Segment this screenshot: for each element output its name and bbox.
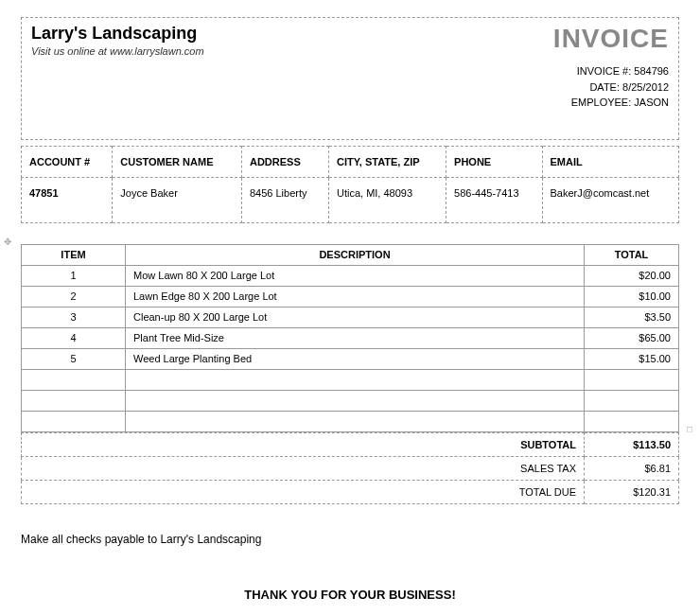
header-account: ACCOUNT # (22, 146, 113, 177)
invoice-date-row: DATE: 8/25/2012 (553, 79, 669, 96)
table-row (22, 369, 679, 390)
cell-item-num: 5 (22, 348, 126, 369)
cell-customer-name: Joyce Baker (113, 177, 242, 222)
header-customer-name: CUSTOMER NAME (113, 146, 242, 177)
company-name: Larry's Landscaping (31, 24, 204, 44)
cell-item-desc (126, 411, 585, 431)
invoice-meta-block: INVOICE INVOICE #: 584796 DATE: 8/25/201… (553, 24, 669, 111)
header-email: EMAIL (542, 146, 678, 177)
cell-item-num (22, 369, 126, 390)
thank-you: THANK YOU FOR YOUR BUSINESS! (21, 588, 679, 602)
line-items-table: ITEM DESCRIPTION TOTAL 1Mow Lawn 80 X 20… (21, 244, 679, 432)
header-address: ADDRESS (241, 146, 328, 177)
cell-item-desc (126, 369, 585, 390)
cell-item-num (22, 411, 126, 431)
total-due-value: $120.31 (585, 480, 679, 503)
cell-item-total: $15.00 (585, 348, 679, 369)
invoice-number-row: INVOICE #: 584796 (553, 63, 669, 79)
cell-item-num: 2 (22, 286, 126, 307)
cell-account: 47851 (22, 177, 113, 222)
cell-item-desc: Mow Lawn 80 X 200 Large Lot (126, 265, 585, 286)
invoice-title: INVOICE (553, 24, 669, 54)
cell-address: 8456 Liberty (241, 177, 328, 222)
cell-item-desc: Lawn Edge 80 X 200 Large Lot (126, 286, 585, 307)
cell-item-total (585, 390, 679, 411)
cell-email: BakerJ@comcast.net (542, 177, 678, 222)
anchor-icon: ✥ (4, 237, 11, 247)
table-row: 1Mow Lawn 80 X 200 Large Lot$20.00 (22, 265, 679, 286)
subtotal-value: $113.50 (585, 432, 679, 456)
total-due-label: TOTAL DUE (22, 480, 585, 503)
cell-item-desc: Weed Large Planting Bed (126, 348, 585, 369)
cell-item-total (585, 369, 679, 390)
header-total: TOTAL (585, 244, 679, 265)
header-phone: PHONE (446, 146, 542, 177)
cell-item-total (585, 411, 679, 431)
table-row: 4Plant Tree Mid-Size$65.00 (22, 327, 679, 348)
invoice-header: Larry's Landscaping Visit us online at w… (21, 17, 679, 140)
payable-note: Make all checks payable to Larry's Lands… (21, 533, 679, 546)
cell-item-num: 3 (22, 307, 126, 327)
table-row (22, 411, 679, 431)
customer-table: ACCOUNT # CUSTOMER NAME ADDRESS CITY, ST… (21, 146, 679, 223)
header-item: ITEM (22, 244, 126, 265)
subtotal-label: SUBTOTAL (22, 432, 585, 456)
table-row: 5Weed Large Planting Bed$15.00 (22, 348, 679, 369)
cell-item-total: $3.50 (585, 307, 679, 327)
totals-table: SUBTOTAL $113.50 SALES TAX $6.81 TOTAL D… (21, 432, 679, 504)
header-description: DESCRIPTION (126, 244, 585, 265)
tax-value: $6.81 (585, 456, 679, 480)
cell-item-desc: Clean-up 80 X 200 Large Lot (126, 307, 585, 327)
cell-item-desc: Plant Tree Mid-Size (126, 327, 585, 348)
cell-item-num (22, 390, 126, 411)
customer-row: 47851 Joyce Baker 8456 Liberty Utica, MI… (22, 177, 679, 222)
cell-phone: 586-445-7413 (446, 177, 542, 222)
tax-label: SALES TAX (22, 456, 585, 480)
cell-item-total: $20.00 (585, 265, 679, 286)
company-tagline: Visit us online at www.larryslawn.com (31, 45, 204, 57)
table-row (22, 390, 679, 411)
company-block: Larry's Landscaping Visit us online at w… (31, 24, 204, 111)
table-row: 3Clean-up 80 X 200 Large Lot$3.50 (22, 307, 679, 327)
cell-item-total: $10.00 (585, 286, 679, 307)
cell-item-num: 1 (22, 265, 126, 286)
invoice-employee-row: EMPLOYEE: JASON (553, 95, 669, 111)
cell-item-total: $65.00 (585, 327, 679, 348)
cell-csz: Utica, MI, 48093 (328, 177, 446, 222)
header-csz: CITY, STATE, ZIP (328, 146, 446, 177)
cell-item-num: 4 (22, 327, 126, 348)
cell-item-desc (126, 390, 585, 411)
table-row: 2Lawn Edge 80 X 200 Large Lot$10.00 (22, 286, 679, 307)
anchor-icon: □ (687, 424, 692, 434)
